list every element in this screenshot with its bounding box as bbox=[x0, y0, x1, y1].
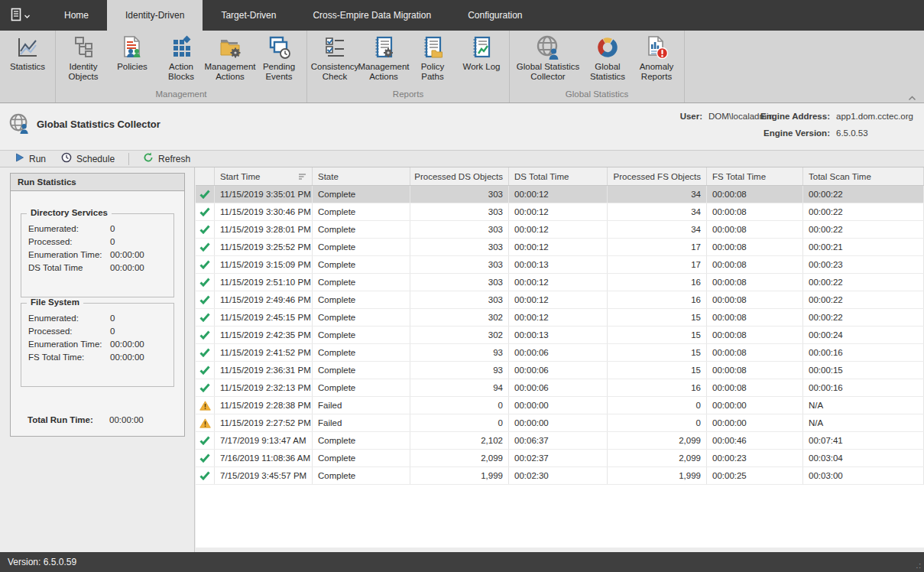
cell-fs-total-time: 00:00:00 bbox=[707, 397, 803, 414]
cell-fs-total-time: 00:00:46 bbox=[707, 432, 803, 449]
page-title: Global Statistics Collector bbox=[37, 119, 160, 130]
table-row[interactable]: 11/15/2019 2:28:38 PMFailed000:00:00000:… bbox=[196, 397, 924, 414]
total-run-time-label: Total Run Time: bbox=[28, 415, 109, 424]
schedule-button[interactable]: Schedule bbox=[53, 151, 122, 167]
ribbon-button-label: Statistics bbox=[10, 62, 45, 72]
refresh-icon bbox=[143, 152, 154, 165]
stat-label: Enumeration Time: bbox=[28, 340, 110, 349]
cell-fs-total-time: 00:00:08 bbox=[707, 309, 803, 326]
table-row[interactable]: 11/15/2019 2:42:35 PMComplete30200:00:13… bbox=[196, 327, 924, 344]
cell-processed-ds-objects: 303 bbox=[410, 186, 509, 203]
column-header-label: Total Scan Time bbox=[809, 172, 871, 181]
ribbon-button-statistics[interactable]: Statistics bbox=[3, 32, 52, 72]
cell-total-scan-time: 00:00:21 bbox=[803, 239, 924, 255]
table-row[interactable]: 7/15/2019 3:45:57 PMComplete1,99900:02:3… bbox=[196, 467, 924, 485]
windows-clock-icon bbox=[266, 34, 292, 60]
run-button[interactable]: Run bbox=[8, 151, 53, 167]
table-row[interactable]: 11/15/2019 2:49:46 PMComplete30300:00:12… bbox=[196, 291, 924, 309]
app-menu-icon bbox=[11, 8, 22, 24]
total-run-time-value: 00:00:00 bbox=[109, 415, 144, 424]
engine-info: User: DOM\localadmin Engine Address: app… bbox=[680, 112, 913, 138]
ribbon-button-global-statistics[interactable]: Global Statistics bbox=[583, 32, 632, 82]
ribbon-button-management-actions[interactable]: Management Actions bbox=[206, 32, 255, 82]
column-header-processed-fs-objects[interactable]: Processed FS Objects bbox=[608, 167, 707, 185]
ribbon-button-policy-paths[interactable]: Policy Paths bbox=[408, 32, 457, 82]
cell-fs-total-time: 00:00:08 bbox=[707, 203, 803, 220]
action-toolbar: Run Schedule Refresh bbox=[0, 150, 924, 167]
notebook-gear-icon bbox=[371, 34, 397, 60]
refresh-button[interactable]: Refresh bbox=[135, 151, 198, 167]
cell-ds-total-time: 00:00:12 bbox=[509, 186, 608, 203]
menubar: HomeIdentity-DrivenTarget-DrivenCross-Em… bbox=[0, 0, 924, 31]
success-icon bbox=[196, 327, 215, 343]
tab-identity-driven[interactable]: Identity-Driven bbox=[107, 0, 203, 31]
ribbon-button-action-blocks[interactable]: Action Blocks bbox=[157, 32, 206, 82]
ribbon-button-consistency-check[interactable]: Consistency Check bbox=[310, 32, 359, 82]
ribbon-button-label: Policies bbox=[117, 62, 148, 72]
page-header: Global Statistics Collector User: DOM\lo… bbox=[0, 104, 924, 150]
success-icon bbox=[196, 344, 215, 361]
ribbon-button-policies[interactable]: Policies bbox=[108, 32, 157, 72]
cell-state: Complete bbox=[313, 186, 410, 203]
table-row[interactable]: 11/15/2019 3:15:09 PMComplete30300:00:13… bbox=[196, 256, 924, 274]
file-system-stat-row: FS Total Time:00:00:00 bbox=[28, 350, 173, 363]
run-button-label: Run bbox=[29, 154, 46, 164]
cell-state: Complete bbox=[313, 239, 410, 255]
ribbon-button-global-statistics-collector[interactable]: Global Statistics Collector bbox=[513, 32, 583, 82]
table-row[interactable]: 11/15/2019 2:41:52 PMComplete9300:00:061… bbox=[196, 344, 924, 362]
table-row[interactable]: 11/15/2019 2:32:13 PMComplete9400:00:061… bbox=[196, 379, 924, 397]
ribbon-button-work-log[interactable]: Work Log bbox=[457, 32, 506, 72]
cell-start-time: 11/15/2019 2:49:46 PM bbox=[215, 291, 313, 308]
directory-services-stat-row: Enumeration Time:00:00:00 bbox=[28, 248, 173, 261]
table-row[interactable]: 11/15/2019 3:28:01 PMComplete30300:00:12… bbox=[196, 221, 924, 239]
directory-services-stat-row: DS Total Time00:00:00 bbox=[28, 261, 173, 274]
stat-value: 0 bbox=[110, 327, 115, 336]
ribbon-button-anomaly-reports[interactable]: Anomaly Reports bbox=[632, 32, 681, 82]
cell-processed-fs-objects: 17 bbox=[608, 239, 707, 255]
cell-processed-fs-objects: 34 bbox=[608, 221, 707, 238]
app-menu-button[interactable] bbox=[0, 0, 40, 31]
cell-ds-total-time: 00:00:06 bbox=[509, 362, 608, 379]
cell-total-scan-time: 00:00:22 bbox=[803, 309, 924, 326]
tab-cross-empire-data-migration[interactable]: Cross-Empire Data Migration bbox=[294, 0, 449, 31]
cell-processed-fs-objects: 34 bbox=[608, 186, 707, 203]
cell-processed-fs-objects: 15 bbox=[608, 327, 707, 343]
column-header-state[interactable]: State bbox=[313, 167, 410, 185]
success-icon bbox=[196, 432, 215, 449]
stat-value: 00:00:00 bbox=[110, 250, 144, 259]
ribbon-button-identity-objects[interactable]: Identity Objects bbox=[59, 32, 108, 82]
cell-processed-fs-objects: 0 bbox=[608, 397, 707, 414]
application-window: HomeIdentity-DrivenTarget-DrivenCross-Em… bbox=[0, 0, 924, 572]
action-blocks-icon bbox=[168, 34, 194, 60]
sort-descending-icon bbox=[295, 173, 306, 180]
table-row[interactable]: 11/15/2019 2:45:15 PMComplete30200:00:12… bbox=[196, 309, 924, 327]
tab-target-driven[interactable]: Target-Driven bbox=[203, 0, 294, 31]
table-row[interactable]: 11/15/2019 2:27:52 PMFailed000:00:00000:… bbox=[196, 414, 924, 432]
cell-state: Complete bbox=[313, 309, 410, 326]
table-row[interactable]: 11/15/2019 3:30:46 PMComplete30300:00:12… bbox=[196, 203, 924, 221]
column-header-status[interactable] bbox=[196, 167, 215, 185]
tab-home[interactable]: Home bbox=[46, 0, 107, 31]
table-row[interactable]: 11/15/2019 2:51:10 PMComplete30300:00:12… bbox=[196, 274, 924, 291]
cell-processed-ds-objects: 303 bbox=[410, 203, 509, 220]
column-header-ds-total-time[interactable]: DS Total Time bbox=[509, 167, 608, 185]
column-header-fs-total-time[interactable]: FS Total Time bbox=[707, 167, 803, 185]
table-row[interactable]: 11/15/2019 3:25:52 PMComplete30300:00:12… bbox=[196, 239, 924, 256]
resize-grip-icon[interactable]: .: bbox=[916, 561, 922, 570]
success-icon bbox=[196, 221, 215, 238]
table-row[interactable]: 7/17/2019 9:13:47 AMComplete2,10200:06:3… bbox=[196, 432, 924, 450]
table-row[interactable]: 11/15/2019 3:35:01 PMComplete30300:00:12… bbox=[196, 186, 924, 203]
stat-label: Processed: bbox=[28, 237, 110, 246]
tab-configuration[interactable]: Configuration bbox=[449, 0, 540, 31]
ribbon-button-pending-events[interactable]: Pending Events bbox=[255, 32, 303, 82]
cell-total-scan-time: 00:00:22 bbox=[803, 186, 924, 203]
ribbon-button-management-actions[interactable]: Management Actions bbox=[359, 32, 408, 82]
column-header-total-scan-time[interactable]: Total Scan Time bbox=[803, 167, 924, 185]
cell-fs-total-time: 00:00:25 bbox=[707, 467, 803, 484]
column-header-start-time[interactable]: Start Time bbox=[215, 167, 313, 185]
table-row[interactable]: 7/16/2019 11:08:36 AMComplete2,09900:02:… bbox=[196, 450, 924, 467]
column-header-processed-ds-objects[interactable]: Processed DS Objects bbox=[410, 167, 509, 185]
cell-processed-fs-objects: 1,999 bbox=[608, 467, 707, 484]
results-table: Start TimeStateProcessed DS ObjectsDS To… bbox=[196, 167, 924, 548]
table-row[interactable]: 11/15/2019 2:36:31 PMComplete9300:00:061… bbox=[196, 362, 924, 379]
